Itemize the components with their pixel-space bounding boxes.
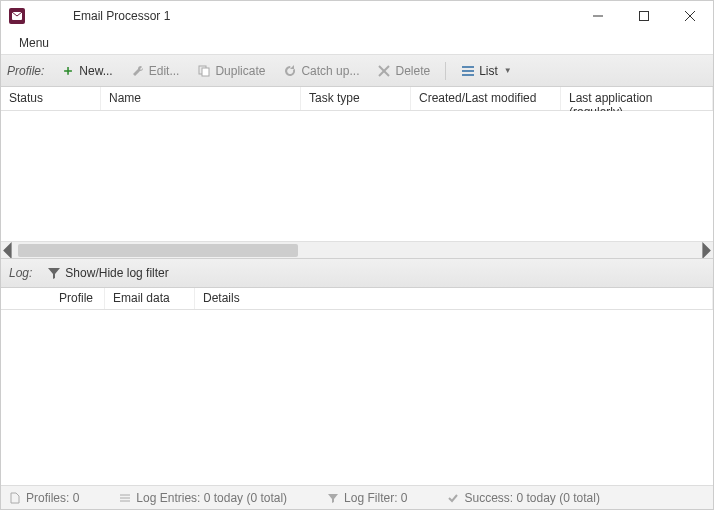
window-title: Email Processor 1 <box>73 9 170 23</box>
close-button[interactable] <box>667 1 713 31</box>
app-icon <box>9 8 25 24</box>
svg-rect-9 <box>462 66 474 68</box>
log-filter-toggle-label: Show/Hide log filter <box>65 266 168 280</box>
catchup-button[interactable]: Catch up... <box>276 60 366 82</box>
delete-profile-button[interactable]: Delete <box>370 60 437 82</box>
scroll-track[interactable] <box>18 242 696 258</box>
scroll-right-arrow[interactable] <box>696 242 713 259</box>
col-lastapp[interactable]: Last application (regularly) <box>561 87 713 110</box>
logcol-emaildata[interactable]: Email data <box>105 288 195 309</box>
duplicate-button-label: Duplicate <box>215 64 265 78</box>
scroll-thumb[interactable] <box>18 244 298 257</box>
statusbar: Profiles: 0 Log Entries: 0 today (0 tota… <box>1 485 713 509</box>
col-name[interactable]: Name <box>101 87 301 110</box>
log-grid-header: Profile Email data Details <box>1 288 713 310</box>
horizontal-scrollbar[interactable] <box>1 241 713 258</box>
filter-small-icon <box>327 492 339 504</box>
list-small-icon <box>119 492 131 504</box>
wrench-icon <box>131 64 145 78</box>
delete-icon <box>377 64 391 78</box>
log-toolbar: Log: Show/Hide log filter <box>1 258 713 288</box>
logcol-details[interactable]: Details <box>195 288 713 309</box>
status-logentries-text: Log Entries: 0 today (0 total) <box>136 491 287 505</box>
svg-rect-2 <box>640 12 649 21</box>
status-logentries: Log Entries: 0 today (0 total) <box>119 491 287 505</box>
check-icon <box>447 492 459 504</box>
profile-grid-body[interactable] <box>1 111 713 241</box>
new-button-label: New... <box>79 64 112 78</box>
document-icon <box>9 492 21 504</box>
col-created[interactable]: Created/Last modified <box>411 87 561 110</box>
edit-profile-button[interactable]: Edit... <box>124 60 187 82</box>
duplicate-icon <box>197 64 211 78</box>
refresh-icon <box>283 64 297 78</box>
log-toolbar-label: Log: <box>9 266 32 280</box>
maximize-button[interactable] <box>621 1 667 31</box>
svg-rect-10 <box>462 70 474 72</box>
svg-rect-6 <box>202 68 209 76</box>
svg-rect-11 <box>462 74 474 76</box>
status-profiles-text: Profiles: 0 <box>26 491 79 505</box>
log-filter-toggle-button[interactable]: Show/Hide log filter <box>40 262 175 284</box>
chevron-down-icon: ▼ <box>504 66 512 75</box>
col-tasktype[interactable]: Task type <box>301 87 411 110</box>
logcol-profile[interactable]: Profile <box>51 288 105 309</box>
list-button-label: List <box>479 64 498 78</box>
menu-menu[interactable]: Menu <box>11 34 57 52</box>
profile-grid-header: Status Name Task type Created/Last modif… <box>1 87 713 111</box>
delete-button-label: Delete <box>395 64 430 78</box>
plus-icon: ＋ <box>61 64 75 78</box>
edit-button-label: Edit... <box>149 64 180 78</box>
status-success-text: Success: 0 today (0 total) <box>464 491 599 505</box>
minimize-button[interactable] <box>575 1 621 31</box>
duplicate-profile-button[interactable]: Duplicate <box>190 60 272 82</box>
filter-icon <box>47 266 61 280</box>
menubar: Menu <box>1 31 713 55</box>
log-grid-body[interactable] <box>1 310 713 485</box>
new-profile-button[interactable]: ＋ New... <box>54 60 119 82</box>
titlebar: Email Processor 1 <box>1 1 713 31</box>
profile-toolbar-label: Profile: <box>7 64 44 78</box>
profile-toolbar: Profile: ＋ New... Edit... Duplicate Catc… <box>1 55 713 87</box>
list-view-button[interactable]: List ▼ <box>454 60 519 82</box>
status-success: Success: 0 today (0 total) <box>447 491 599 505</box>
scroll-left-arrow[interactable] <box>1 242 18 259</box>
status-logfilter-text: Log Filter: 0 <box>344 491 407 505</box>
col-status[interactable]: Status <box>1 87 101 110</box>
list-icon <box>461 64 475 78</box>
status-logfilter: Log Filter: 0 <box>327 491 407 505</box>
status-profiles: Profiles: 0 <box>9 491 79 505</box>
catchup-button-label: Catch up... <box>301 64 359 78</box>
toolbar-separator <box>445 62 446 80</box>
